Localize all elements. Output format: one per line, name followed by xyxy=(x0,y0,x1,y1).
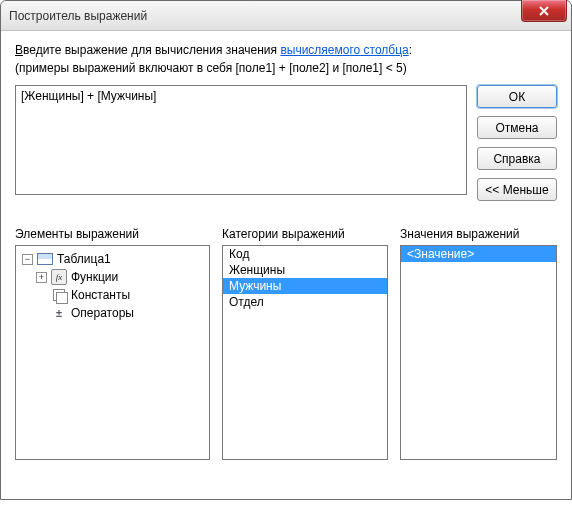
prompt-pre: ведите выражение для вычисления значения xyxy=(23,43,280,57)
list-item[interactable]: <Значение> xyxy=(401,246,556,262)
close-icon xyxy=(538,5,550,17)
list-item[interactable]: Отдел xyxy=(223,294,387,310)
right-buttons: ОК Отмена Справка << Меньше xyxy=(477,85,557,201)
collapse-icon[interactable]: − xyxy=(22,254,33,265)
constants-icon xyxy=(51,287,67,303)
prompt-post: : xyxy=(409,43,412,57)
cancel-button[interactable]: Отмена xyxy=(477,116,557,139)
titlebar: Построитель выражений xyxy=(1,1,571,31)
ok-button[interactable]: ОК xyxy=(477,85,557,108)
categories-pane[interactable]: КодЖенщиныМужчиныОтдел xyxy=(222,245,388,460)
list-item[interactable]: Мужчины xyxy=(223,278,387,294)
expression-input[interactable] xyxy=(15,85,467,195)
elements-pane[interactable]: −Таблица1+ФункцииКонстантыОператоры xyxy=(15,245,210,460)
dialog-content: Введите выражение для вычисления значени… xyxy=(1,31,571,499)
calculated-column-link[interactable]: вычисляемого столбца xyxy=(280,43,408,57)
tree-item-label: Операторы xyxy=(71,306,134,320)
tree-item[interactable]: Константы xyxy=(18,286,207,304)
tree-item-label: Функции xyxy=(71,270,118,284)
panes-row: −Таблица1+ФункцииКонстантыОператоры КодЖ… xyxy=(15,245,557,460)
categories-label: Категории выражений xyxy=(222,227,388,241)
function-icon xyxy=(51,269,67,285)
pane-labels: Элементы выражений Категории выражений З… xyxy=(15,227,557,241)
help-button[interactable]: Справка xyxy=(477,147,557,170)
prompt-line: Введите выражение для вычисления значени… xyxy=(15,43,557,57)
list-item[interactable]: Женщины xyxy=(223,262,387,278)
elements-label: Элементы выражений xyxy=(15,227,210,241)
top-row: ОК Отмена Справка << Меньше xyxy=(15,85,557,201)
hint-line: (примеры выражений включают в себя [поле… xyxy=(15,61,557,75)
tree-item[interactable]: Операторы xyxy=(18,304,207,322)
tree-item-label: Таблица1 xyxy=(57,252,111,266)
expander-spacer xyxy=(36,308,47,319)
values-pane[interactable]: <Значение> xyxy=(400,245,557,460)
less-button[interactable]: << Меньше xyxy=(477,178,557,201)
list-item[interactable]: Код xyxy=(223,246,387,262)
close-button[interactable] xyxy=(521,0,567,22)
tree-item-label: Константы xyxy=(71,288,130,302)
operators-icon xyxy=(51,305,67,321)
prompt-accelerator: В xyxy=(15,43,23,57)
table-icon xyxy=(37,251,53,267)
tree-item[interactable]: +Функции xyxy=(18,268,207,286)
expand-icon[interactable]: + xyxy=(36,272,47,283)
expander-spacer xyxy=(36,290,47,301)
window-title: Построитель выражений xyxy=(9,9,147,23)
dialog-window: Построитель выражений Введите выражение … xyxy=(0,0,572,500)
tree-item[interactable]: −Таблица1 xyxy=(18,250,207,268)
values-label: Значения выражений xyxy=(400,227,557,241)
